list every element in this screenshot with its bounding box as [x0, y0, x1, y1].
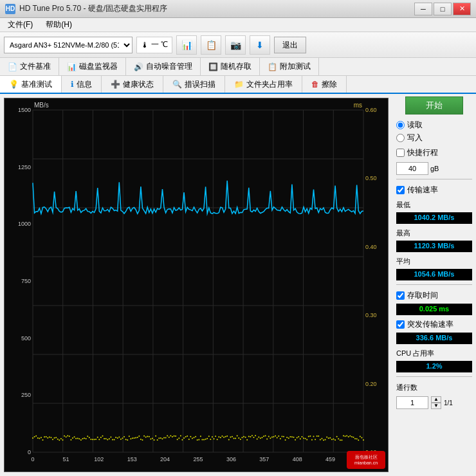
avg-value: 1054.6 MB/s — [396, 269, 472, 280]
read-write-group: 读取 写入 — [396, 120, 472, 143]
burst-checkbox[interactable]: 突发传输速率 — [396, 319, 472, 330]
pass-label: 通行数 — [396, 383, 472, 392]
cpu-value: 1.2% — [396, 361, 472, 372]
minimize-button[interactable]: ─ — [414, 3, 432, 15]
right-panel: 开始 读取 写入 快捷行程 gB 传输速率 最低 1040.2 MB/s 最 — [392, 94, 476, 476]
thermometer-icon: 🌡 — [141, 41, 149, 50]
toolbar: Asgard AN3+ 512NVMe-M.2/80 (511 gB) 🌡 一 … — [0, 32, 476, 58]
app-icon: HD — [5, 4, 15, 14]
max-value: 1120.3 MB/s — [396, 241, 472, 252]
monitor-icon: 📊 — [67, 62, 77, 71]
tab-error-scan[interactable]: 🔍 措误扫描 — [163, 76, 225, 93]
tab-benchmark[interactable]: 💡 基准测试 — [0, 76, 62, 93]
quick-prog-input[interactable] — [396, 162, 428, 175]
extra-icon: 📋 — [268, 62, 277, 71]
main-content: 面包板社区 mianban.cn 开始 读取 写入 快捷行程 gB 传输 — [0, 94, 476, 476]
folder-icon: 📁 — [234, 80, 244, 89]
benchmark-chart — [5, 98, 388, 471]
menu-help[interactable]: 帮助(H) — [41, 18, 77, 32]
benchmark-icon: 💡 — [9, 80, 19, 89]
window-controls: ─ □ ✕ — [414, 3, 471, 15]
transfer-rate-check[interactable] — [396, 186, 405, 194]
pass-down-arrow[interactable]: ▼ — [431, 403, 441, 409]
toolbar-btn-4[interactable]: ⬇ — [250, 35, 270, 55]
tabs-row-1: 📄 文件基准 📊 磁盘监视器 🔊 自动噪音管理 🔲 随机存取 📋 附加测试 — [0, 58, 476, 76]
divider-2 — [396, 284, 472, 285]
title-bar: HD HD Tune Pro 5.70 - 硬盘/固态硬盘实用程序 ─ □ ✕ — [0, 0, 476, 18]
pass-input[interactable] — [396, 396, 428, 409]
divider-1 — [396, 179, 472, 179]
tab-health[interactable]: ➕ 健康状态 — [102, 76, 163, 93]
read-option[interactable]: 读取 — [396, 120, 472, 131]
tabs-row-2: 💡 基准测试 ℹ 信息 ➕ 健康状态 🔍 措误扫描 📁 文件夹占用率 🗑 擦除 — [0, 76, 476, 94]
transfer-rate-checkbox[interactable]: 传输速率 — [396, 185, 472, 196]
start-button[interactable]: 开始 — [405, 96, 463, 114]
scan-icon: 🔍 — [172, 80, 182, 89]
access-time-check[interactable] — [396, 291, 405, 300]
pass-up-arrow[interactable]: ▲ — [431, 396, 441, 403]
access-time-checkbox[interactable]: 存取时间 — [396, 290, 472, 301]
cpu-label: CPU 占用率 — [396, 349, 472, 358]
quick-prog-checkbox[interactable]: 快捷行程 — [396, 147, 472, 158]
write-radio[interactable] — [396, 134, 405, 142]
tab-random-access[interactable]: 🔲 随机存取 — [201, 58, 260, 75]
health-icon: ➕ — [111, 80, 120, 89]
tab-folder-usage[interactable]: 📁 文件夹占用率 — [225, 76, 302, 93]
quick-prog-check[interactable] — [396, 149, 405, 157]
max-label: 最高 — [396, 228, 472, 238]
watermark: 面包板社区 mianban.cn — [347, 451, 385, 469]
temperature-display: 🌡 一 ℃ — [136, 37, 172, 53]
tab-extra-tests[interactable]: 📋 附加测试 — [260, 58, 319, 75]
quick-prog-unit: gB — [430, 165, 439, 172]
toolbar-btn-2[interactable]: 📋 — [201, 35, 221, 55]
burst-value: 336.6 MB/s — [396, 333, 472, 344]
divider-3 — [396, 376, 472, 377]
tab-noise-mgmt[interactable]: 🔊 自动噪音管理 — [126, 58, 201, 75]
info-icon: ℹ — [71, 80, 74, 89]
erase-icon: 🗑 — [311, 80, 319, 89]
read-radio[interactable] — [396, 121, 405, 129]
pass-row: ▲ ▼ 1/1 — [396, 396, 472, 409]
access-time-value: 0.025 ms — [396, 304, 472, 315]
menu-bar: 文件(F) 帮助(H) — [0, 18, 476, 32]
pass-page: 1/1 — [444, 399, 453, 407]
temperature-value: 一 ℃ — [151, 39, 168, 50]
min-label: 最低 — [396, 200, 472, 210]
tab-erase[interactable]: 🗑 擦除 — [302, 76, 347, 93]
maximize-button[interactable]: □ — [434, 3, 452, 15]
file-icon: 📄 — [8, 62, 17, 71]
toolbar-btn-1[interactable]: 📊 — [176, 35, 197, 55]
title-bar-left: HD HD Tune Pro 5.70 - 硬盘/固态硬盘实用程序 — [5, 3, 167, 14]
random-icon: 🔲 — [208, 62, 218, 71]
burst-check[interactable] — [396, 320, 405, 329]
avg-label: 平均 — [396, 257, 472, 266]
min-value: 1040.2 MB/s — [396, 212, 472, 224]
exit-button[interactable]: 退出 — [274, 37, 306, 53]
drive-select[interactable]: Asgard AN3+ 512NVMe-M.2/80 (511 gB) — [4, 37, 133, 53]
sound-icon: 🔊 — [134, 62, 143, 71]
tab-info[interactable]: ℹ 信息 — [62, 76, 102, 93]
pass-arrows: ▲ ▼ — [431, 396, 441, 409]
chart-area: 面包板社区 mianban.cn — [4, 98, 389, 472]
write-option[interactable]: 写入 — [396, 133, 472, 143]
quick-prog-row: gB — [396, 162, 472, 175]
window-title: HD Tune Pro 5.70 - 硬盘/固态硬盘实用程序 — [19, 3, 167, 14]
tab-file-benchmark[interactable]: 📄 文件基准 — [0, 58, 59, 75]
toolbar-btn-3[interactable]: 📷 — [225, 35, 246, 55]
close-button[interactable]: ✕ — [453, 3, 471, 15]
tab-disk-monitor[interactable]: 📊 磁盘监视器 — [59, 58, 126, 75]
menu-file[interactable]: 文件(F) — [3, 18, 38, 32]
